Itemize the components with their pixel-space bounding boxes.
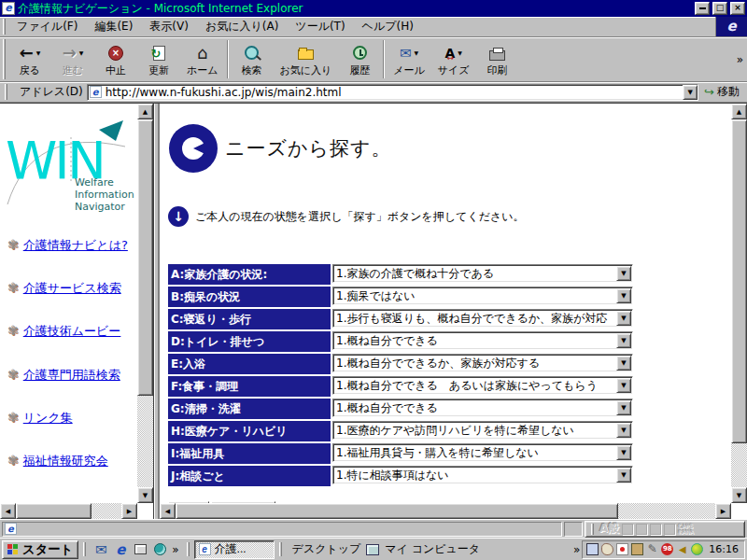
scroll-up-icon[interactable]: ▲ <box>137 104 153 119</box>
scroll-left-icon[interactable]: ◀ <box>0 503 16 519</box>
ime-pad-icon[interactable] <box>650 524 661 535</box>
link-about-navi[interactable]: 介護情報ナビとは? <box>23 238 128 252</box>
ime-brush-icon[interactable] <box>622 524 633 535</box>
minimize-button[interactable] <box>695 2 710 15</box>
active-task-button[interactable]: e 介護... <box>194 540 275 559</box>
forward-dropdown-icon[interactable]: ▼ <box>79 49 84 56</box>
select-toilet[interactable]: 1.概ね自分でできる▼ <box>332 331 633 350</box>
tray-wallet-icon[interactable] <box>631 543 643 555</box>
tray-windows98-icon[interactable]: 98 <box>661 543 673 555</box>
taskbar-grip[interactable] <box>83 542 86 556</box>
start-button[interactable]: スタート <box>2 540 78 559</box>
sidebar-scroll-thumb[interactable] <box>137 119 153 396</box>
dropdown-arrow-icon[interactable]: ▼ <box>616 400 631 415</box>
toolbar-grip[interactable] <box>3 39 6 79</box>
forward-button[interactable]: →▼ 進む <box>51 37 94 81</box>
sidebar-vertical-scrollbar[interactable]: ▲ ▼ <box>137 104 153 503</box>
select-mobility[interactable]: 1.歩行も寝返りも、概ね自分でできるか、家族が対応▼ <box>332 309 633 328</box>
size-dropdown-icon[interactable]: ▼ <box>458 49 462 56</box>
dropdown-arrow-icon[interactable]: ▼ <box>616 445 631 460</box>
address-input[interactable]: e http://www.n-fukushi.ac.jp/wis/main2.h… <box>87 84 698 101</box>
main-scroll-thumb[interactable] <box>731 119 747 443</box>
dropdown-arrow-icon[interactable]: ▼ <box>616 423 631 438</box>
menu-favorites[interactable]: お気に入り(A) <box>197 16 287 37</box>
stop-button[interactable]: × 中止 <box>94 37 137 81</box>
my-computer-label[interactable]: マイ コンピュータ <box>385 541 480 557</box>
select-consultation[interactable]: 1.特に相談事項はない▼ <box>332 466 633 484</box>
outlook-express-icon[interactable]: ✉ <box>93 542 108 557</box>
search-button[interactable]: 検索 <box>231 37 274 81</box>
address-url[interactable]: http://www.n-fukushi.ac.jp/wis/main2.htm… <box>106 86 342 99</box>
dropdown-arrow-icon[interactable]: ▼ <box>616 378 631 393</box>
ime-pen-icon[interactable] <box>664 524 675 535</box>
mail-button[interactable]: ✉▼ メール <box>387 37 431 81</box>
select-cleaning[interactable]: 1.概ね自分でできる▼ <box>332 399 633 417</box>
refresh-button[interactable]: ↻ 更新 <box>137 37 180 81</box>
menu-file[interactable]: ファイル(F) <box>8 16 86 37</box>
my-computer-icon[interactable] <box>366 544 379 555</box>
menu-grip[interactable] <box>3 19 6 35</box>
desktop-toolbar-label[interactable]: デスクトップ <box>292 541 361 557</box>
taskbar-grip[interactable] <box>279 542 282 556</box>
dropdown-arrow-icon[interactable]: ▼ <box>616 356 631 371</box>
font-size-button[interactable]: A↔▼ サイズ <box>431 37 476 81</box>
toolbar-overflow-chevron[interactable]: » <box>733 53 747 66</box>
menu-help[interactable]: ヘルプ(H) <box>354 16 422 37</box>
ime-grip[interactable] <box>591 524 594 535</box>
ime-tools-icon[interactable] <box>636 524 647 535</box>
close-button[interactable]: × <box>730 2 745 15</box>
dropdown-arrow-icon[interactable]: ▼ <box>616 288 631 303</box>
taskbar-grip[interactable] <box>187 542 190 556</box>
dropdown-arrow-icon[interactable]: ▼ <box>616 333 631 348</box>
tray-ime-face-icon[interactable] <box>691 543 703 555</box>
menu-tools[interactable]: ツール(T) <box>287 16 353 37</box>
taskbar-clock[interactable]: 16:16 <box>706 543 739 555</box>
internet-explorer-icon[interactable]: e <box>113 542 128 557</box>
go-button[interactable]: ↪ 移動 <box>702 84 745 100</box>
mail-dropdown-icon[interactable]: ▼ <box>415 49 419 56</box>
link-link-collection[interactable]: リンク集 <box>23 411 73 425</box>
link-welfare-society[interactable]: 福祉情報研究会 <box>23 454 108 468</box>
select-meals[interactable]: 1.概ね自分でできる あるいは家族にやってもらう▼ <box>332 376 633 395</box>
address-grip[interactable] <box>5 84 7 100</box>
sidebar-horizontal-scrollbar[interactable]: ◀ ▶ <box>0 503 137 519</box>
main-horizontal-scrollbar[interactable]: ◀ ▶ <box>160 503 731 519</box>
main-hscroll-thumb[interactable] <box>176 503 618 519</box>
scroll-left-icon[interactable]: ◀ <box>160 503 176 519</box>
desktop-band-chevron[interactable]: » <box>573 543 580 556</box>
favorites-button[interactable]: お気に入り <box>274 37 339 81</box>
maximize-button[interactable]: □ <box>712 2 727 15</box>
link-service-search[interactable]: 介護サービス検索 <box>23 281 121 295</box>
sidebar-hscroll-thumb[interactable] <box>16 503 92 519</box>
show-desktop-icon[interactable] <box>133 542 148 557</box>
tray-volume-icon[interactable]: ◀ <box>676 543 688 555</box>
print-button[interactable]: 印刷 <box>476 37 519 81</box>
link-care-movie[interactable]: 介護技術ムービー <box>23 324 121 338</box>
menu-edit[interactable]: 編集(E) <box>86 16 141 37</box>
tray-task-icon[interactable] <box>616 543 628 555</box>
home-button[interactable]: ⌂ ホーム <box>180 37 225 81</box>
link-term-search[interactable]: 介護専門用語検索 <box>23 368 120 382</box>
tray-pen-icon[interactable]: ✎ <box>646 543 658 555</box>
dropdown-arrow-icon[interactable]: ▼ <box>616 468 631 483</box>
quick-launch-chevron[interactable]: » <box>172 543 178 556</box>
scroll-right-icon[interactable]: ▶ <box>121 503 137 519</box>
dropdown-arrow-icon[interactable]: ▼ <box>616 266 631 281</box>
dropdown-arrow-icon[interactable]: ▼ <box>616 311 631 326</box>
address-dropdown-button[interactable]: ▼ <box>683 85 698 100</box>
select-medical-care[interactable]: 1.医療的ケアや訪問リハビリを特に希望しない▼ <box>332 421 633 440</box>
tray-mouse-icon[interactable] <box>601 543 613 555</box>
scroll-up-icon[interactable]: ▲ <box>731 104 747 119</box>
back-button[interactable]: ←▼ 戻る <box>8 37 51 81</box>
ime-mode-indicator[interactable]: A般 <box>599 521 619 537</box>
scroll-down-icon[interactable]: ▼ <box>137 487 153 503</box>
history-button[interactable]: 履歴 <box>338 37 381 81</box>
main-vertical-scrollbar[interactable]: ▲ ▼ <box>731 104 747 503</box>
select-family-care[interactable]: 1.家族の介護で概ね十分である▼ <box>332 264 633 283</box>
tray-scheduler-icon[interactable] <box>586 543 599 555</box>
scroll-down-icon[interactable]: ▼ <box>731 487 747 503</box>
channels-globe-icon[interactable] <box>152 542 167 557</box>
back-dropdown-icon[interactable]: ▼ <box>36 49 41 56</box>
select-dementia[interactable]: 1.痴呆ではない▼ <box>332 287 633 305</box>
scroll-right-icon[interactable]: ▶ <box>715 503 731 519</box>
